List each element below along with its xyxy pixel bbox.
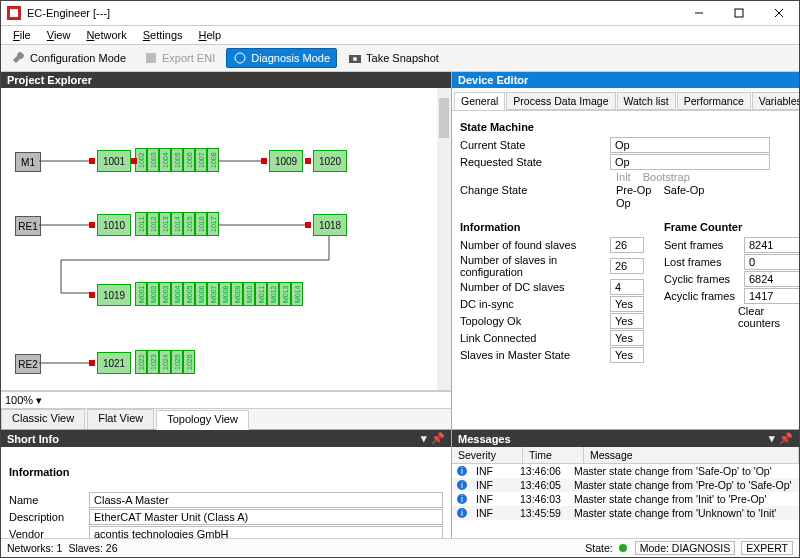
topology-slot[interactable]: 1022 [135,350,147,374]
menu-view[interactable]: View [39,29,79,41]
node-1001[interactable]: 1001 [97,150,131,172]
topology-slot[interactable]: 1006 [183,148,195,172]
svg-text:i: i [461,480,463,490]
node-1021[interactable]: 1021 [97,352,131,374]
topology-slot[interactable]: 1023 [147,350,159,374]
menu-network[interactable]: Network [78,29,134,41]
topology-slot[interactable]: 1025 [171,350,183,374]
menu-help[interactable]: Help [191,29,230,41]
topology-slot[interactable]: M006 [195,282,207,306]
topology-canvas[interactable]: M1 1001 1009 1020 1002 1003 1004 1005 10… [1,88,451,391]
dropdown-icon[interactable]: ▾ [769,432,775,445]
topology-slot[interactable]: 1004 [159,148,171,172]
topology-slot[interactable]: M009 [231,282,243,306]
topology-slot[interactable]: 1026 [183,350,195,374]
short-desc-label: Description [9,511,89,523]
topology-slot[interactable]: 1013 [159,212,171,236]
node-1019[interactable]: 1019 [97,284,131,306]
device-editor-body: State Machine Current StateOp Requested … [452,111,799,429]
topology-slot[interactable]: M004 [171,282,183,306]
sent-frames-label: Sent frames [664,239,744,251]
window-title: EC-Engineer [---] [27,7,679,19]
tab-process-data[interactable]: Process Data Image [506,92,615,110]
topology-slot[interactable]: M013 [279,282,291,306]
topology-slot[interactable]: 1015 [183,212,195,236]
state-safeop-button[interactable]: Safe-Op [657,184,710,196]
svg-text:i: i [461,508,463,518]
tab-performance[interactable]: Performance [677,92,751,110]
device-tabs: General Process Data Image Watch list Pe… [452,88,799,111]
clear-counters-button[interactable]: Clear counters [738,305,799,329]
tab-variables[interactable]: Variables [752,92,799,110]
topology-slot[interactable]: M010 [243,282,255,306]
info-icon: i [452,465,472,477]
pin-icon[interactable]: 📌 [779,432,793,445]
tab-watchlist[interactable]: Watch list [617,92,676,110]
diagnosis-mode-button[interactable]: Diagnosis Mode [226,48,337,68]
node-m1[interactable]: M1 [15,152,41,172]
topology-slot[interactable]: M002 [147,282,159,306]
topology-slot[interactable]: 1008 [207,148,219,172]
message-time: 13:46:03 [520,493,574,505]
current-state-label: Current State [460,139,610,151]
topology-slot[interactable]: 1014 [171,212,183,236]
topology-slot[interactable]: M005 [183,282,195,306]
maximize-button[interactable] [719,1,759,25]
topology-slot[interactable]: 1012 [147,212,159,236]
svg-text:i: i [461,466,463,476]
topology-slot[interactable]: M007 [207,282,219,306]
state-preop-button[interactable]: Pre-Op [610,184,657,196]
menu-file[interactable]: File [5,29,39,41]
state-bootstrap-button[interactable]: Bootstrap [637,171,696,183]
topology-slot[interactable]: M014 [291,282,303,306]
topology-slot[interactable]: M011 [255,282,267,306]
node-re1[interactable]: RE1 [15,216,41,236]
node-1010[interactable]: 1010 [97,214,131,236]
connector-icon [261,158,267,164]
topology-slot[interactable]: M003 [159,282,171,306]
close-button[interactable] [759,1,799,25]
message-row[interactable]: iINF13:46:06Master state change from 'Sa… [452,464,799,478]
tab-classic-view[interactable]: Classic View [1,409,85,429]
node-re2[interactable]: RE2 [15,354,41,374]
message-row[interactable]: iINF13:46:05Master state change from 'Pr… [452,478,799,492]
tab-general[interactable]: General [454,92,505,110]
node-1009[interactable]: 1009 [269,150,303,172]
pin-icon[interactable]: 📌 [431,432,445,445]
left-column: Project Explorer M1 1001 1009 1020 1002 … [1,72,452,538]
minimize-button[interactable] [679,1,719,25]
topology-slot[interactable]: 1017 [207,212,219,236]
topology-slot[interactable]: 1024 [159,350,171,374]
topology-slot[interactable]: 1005 [171,148,183,172]
topology-slot[interactable]: M012 [267,282,279,306]
col-severity[interactable]: Severity [452,447,523,463]
topology-slot[interactable]: 1016 [195,212,207,236]
state-init-button[interactable]: Init [610,171,637,183]
state-op-button[interactable]: Op [610,197,637,209]
message-severity: INF [472,479,520,491]
stethoscope-icon [233,51,247,65]
menu-settings[interactable]: Settings [135,29,191,41]
node-1020[interactable]: 1020 [313,150,347,172]
topology-slot[interactable]: M008 [219,282,231,306]
message-row[interactable]: iINF13:46:03Master state change from 'In… [452,492,799,506]
topology-slot[interactable]: 1003 [147,148,159,172]
topology-slot[interactable]: 1011 [135,212,147,236]
dropdown-icon[interactable]: ▾ [421,432,427,445]
topology-slot[interactable]: M001 [135,282,147,306]
zoom-control[interactable]: 100% ▾ [1,391,451,408]
messages-panel: Messages ▾ 📌 Severity Time Message iINF1… [452,429,799,538]
node-1018[interactable]: 1018 [313,214,347,236]
topology-slot[interactable]: 1007 [195,148,207,172]
col-message[interactable]: Message [584,447,799,463]
col-time[interactable]: Time [523,447,584,463]
tab-flat-view[interactable]: Flat View [87,409,154,429]
tab-topology-view[interactable]: Topology View [156,410,249,430]
connector-icon [89,360,95,366]
message-row[interactable]: iINF13:45:59Master state change from 'Un… [452,506,799,520]
config-mode-label: Configuration Mode [30,52,126,64]
config-mode-button[interactable]: Configuration Mode [5,48,133,68]
export-eni-button[interactable]: Export ENI [137,48,222,68]
canvas-scrollbar[interactable] [437,88,451,390]
take-snapshot-button[interactable]: Take Snapshot [341,48,446,68]
